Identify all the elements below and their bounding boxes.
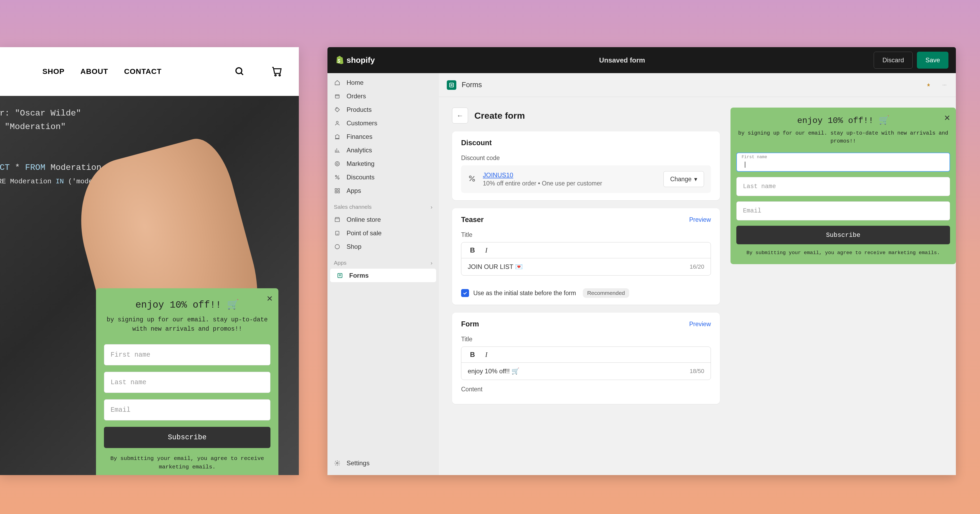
nav-about[interactable]: ABOUT [80,67,108,76]
svg-rect-13 [338,189,339,190]
grid-icon [334,187,341,194]
page-title: Create form [474,111,525,121]
sidebar-section-apps[interactable]: Apps› [328,253,439,269]
svg-point-8 [336,163,338,165]
sidebar-item-forms[interactable]: Forms [330,269,436,282]
close-icon[interactable]: ✕ [267,294,272,304]
brand-logo[interactable]: shopify [335,55,375,65]
last-name-input[interactable] [104,372,270,393]
form-title-editor: B I enjoy 10% off!! 🛒 18/50 [461,347,711,380]
italic-button[interactable]: I [480,349,492,360]
recommended-badge: Recommended [583,288,629,298]
svg-point-3 [279,75,280,76]
sidebar-item-online-store[interactable]: Online store [328,213,439,226]
preview-email-input[interactable] [736,201,950,221]
svg-point-22 [336,462,338,464]
checkbox-label: Use as the initial state before the form [473,290,576,297]
more-icon[interactable]: ⋯ [941,82,948,89]
sidebar-item-finances[interactable]: Finances [328,130,439,143]
sidebar-item-apps[interactable]: Apps [328,184,439,197]
sidebar-item-pos[interactable]: Point of sale [328,226,439,240]
sidebar: Home Orders Products Customers Finances … [328,73,439,475]
nav-shop[interactable]: SHOP [43,67,64,76]
svg-rect-12 [335,189,337,190]
chevron-right-icon: › [431,204,433,210]
field-label: Title [461,336,711,343]
signup-popup: ✕ enjoy 10% off!! 🛒 by signing up for ou… [96,288,278,475]
main-content: Forms ⋯ ← Create form Discount [439,73,956,475]
percent-icon [468,175,477,184]
sidebar-item-products[interactable]: Products [328,103,439,116]
home-icon [334,79,341,86]
context-bar: Forms ⋯ [439,73,956,97]
italic-button[interactable]: I [480,244,492,256]
bold-button[interactable]: B [467,244,478,256]
topbar-title: Unsaved form [375,56,869,64]
email-input[interactable] [104,399,270,420]
card-title: Teaser [461,216,484,224]
sidebar-item-marketing[interactable]: Marketing [328,157,439,170]
sidebar-item-settings[interactable]: Settings [328,456,439,470]
preview-first-name-input[interactable] [736,152,950,172]
svg-point-0 [236,68,242,74]
preview-link[interactable]: Preview [689,216,711,223]
preview-disclaimer: By submitting your email, you agree to r… [736,249,950,257]
discount-card: Discount Discount code JOINUS10 10% off … [452,132,720,200]
sidebar-item-home[interactable]: Home [328,76,439,89]
svg-line-1 [241,73,243,75]
sidebar-item-analytics[interactable]: Analytics [328,143,439,157]
first-name-input[interactable] [104,344,270,365]
form-title-input[interactable]: enjoy 10% off!! 🛒 [468,368,690,375]
form-preview: ✕ enjoy 10% off!! 🛒 by signing up for ou… [730,108,956,264]
pin-icon[interactable] [925,82,932,89]
hero-image-text: hor: "Oscar Wilde":: "Moderation"LECT * … [0,106,101,188]
chart-icon [334,147,341,154]
field-label: Discount code [461,154,711,162]
svg-point-5 [336,108,337,109]
sidebar-item-customers[interactable]: Customers [328,116,439,130]
discount-code-link[interactable]: JOINUS10 [483,171,513,179]
storefront-hero: hor: "Oscar Wilde":: "Moderation"LECT * … [0,96,299,475]
bank-icon [334,133,341,140]
svg-point-27 [473,179,475,181]
search-icon[interactable] [234,66,245,77]
popup-subtitle: by signing up for our email. stay up-to-… [104,315,270,333]
svg-point-18 [335,244,340,249]
storefront-window: SHOP ABOUT CONTACT hor: "Oscar Wilde":: … [0,47,299,475]
change-button[interactable]: Change▾ [663,171,704,187]
admin-window: shopify Unsaved form Discard Save Home O… [328,47,956,475]
close-icon[interactable]: ✕ [944,113,950,123]
discount-desc: 10% off entire order • One use per custo… [483,180,657,187]
svg-point-10 [338,178,339,179]
sidebar-item-discounts[interactable]: Discounts [328,170,439,184]
bold-button[interactable]: B [467,349,478,360]
svg-line-11 [336,175,339,179]
preview-subscribe-button[interactable]: Subscribe [736,226,950,244]
svg-point-9 [336,175,337,177]
sidebar-item-orders[interactable]: Orders [328,89,439,103]
pos-icon [334,230,341,236]
preview-link[interactable]: Preview [689,320,711,328]
save-button[interactable]: Save [917,52,948,68]
svg-point-2 [275,75,276,76]
sidebar-item-shop[interactable]: Shop [328,240,439,253]
storefront-nav: SHOP ABOUT CONTACT [0,47,299,96]
preview-last-name-input[interactable] [736,177,950,196]
chevron-right-icon: › [431,260,433,266]
field-label: Title [461,231,711,238]
initial-state-checkbox[interactable] [461,289,469,297]
cart-icon[interactable] [272,66,283,77]
popup-title: enjoy 10% off!! 🛒 [104,299,270,311]
store-icon [334,216,341,223]
char-count: 18/50 [690,368,704,374]
tag-icon [334,106,341,113]
sidebar-section-sales-channels[interactable]: Sales channels› [328,197,439,213]
teaser-title-input[interactable]: JOIN OUR LIST 💌 [468,263,690,271]
discard-button[interactable]: Discard [874,52,913,68]
nav-contact[interactable]: CONTACT [124,67,162,76]
subscribe-button[interactable]: Subscribe [104,427,270,448]
app-icon [447,80,456,90]
back-button[interactable]: ← [452,108,468,124]
svg-rect-15 [338,191,339,193]
teaser-card: Teaser Preview Title B I [452,208,720,305]
